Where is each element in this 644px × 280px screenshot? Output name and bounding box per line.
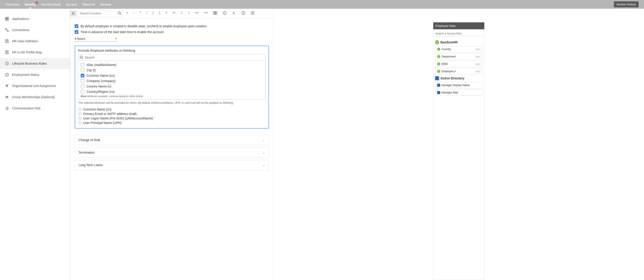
remove-icon[interactable]: − [78,112,82,116]
sidebar-item-hr-data-definition[interactable]: HR Data Definition [0,36,70,47]
sidebar-icon [5,73,9,77]
attribute-row[interactable]: Country Name (c) [81,84,263,89]
clock-icon[interactable] [221,10,228,16]
svg-point-20 [118,12,120,14]
field-pill[interactable]: bDepartment(abc) [435,54,482,60]
top-nav-list: OverviewIdentity1Service DeskAccessObser… [5,3,111,6]
main-content: fx +-*/()=!=><<=>=A By default employee … [70,9,274,280]
field-label: Manager Mail [442,91,458,94]
attribute-checkbox[interactable] [81,63,84,67]
svg-point-8 [6,40,8,41]
operator-=[interactable]: = [164,10,169,16]
search-function-wrap [78,10,122,16]
attribute-checkbox[interactable] [81,68,84,72]
operator-*[interactable]: * [138,10,142,16]
accordion-termination[interactable]: Termination⌄ [75,148,269,158]
attribute-row[interactable]: Country/Region (co) [81,89,263,94]
advance-time-select[interactable]: 4 hours ▼ [75,36,117,42]
svg-line-36 [82,58,83,59]
field-pill[interactable]: bEmployee #(abc) [435,68,482,74]
source-logo-icon: b [435,40,439,44]
sidebar-item-connections[interactable]: Connections [0,24,70,36]
sidebar-item-lifecycle-business-rules[interactable]: Lifecycle Business Rules [0,58,70,69]
field-pill[interactable]: bCountry(abc) [435,46,482,52]
sidebar-item-label: Organizational Unit Assignment [12,84,56,88]
attribute-checkbox[interactable] [81,74,84,78]
operator-<=[interactable]: <= [194,10,200,16]
operator->[interactable]: > [180,10,184,16]
formula-toolbar: fx +-*/()=!=><<=>=A [70,9,273,18]
field-pill[interactable]: bEEID(abc) [435,61,482,67]
operator-)[interactable]: ) [158,10,162,16]
excluded-label: User Logon Name (Pre W2K) (sAMAccountNam… [83,116,153,120]
nav-item-review[interactable]: Review [100,3,111,6]
attribute-list: Alias (mailNickName)City (l)Common Name … [78,61,265,100]
operator-/[interactable]: / [145,10,148,16]
svg-rect-25 [216,13,217,14]
source-name: BambooHR [440,40,458,44]
nav-item-access[interactable]: Access [66,3,77,6]
remove-icon[interactable]: − [78,117,82,120]
attribute-row[interactable]: Company (company) [81,78,263,84]
operator-+[interactable]: + [125,10,129,16]
info-icon[interactable] [240,10,247,16]
source-header-bamboohr[interactable]: bBambooHR [435,40,482,44]
chevron-down-icon: ▼ [115,38,117,40]
operator-<[interactable]: < [186,10,191,16]
remove-icon[interactable]: − [78,121,82,124]
grid-icon[interactable] [212,10,218,16]
employee-data-card: Employee Data bBambooHRbCountry(abc)bDep… [433,22,484,280]
svg-point-34 [252,14,252,14]
palette-icon[interactable] [250,10,256,16]
accordion-long-term-leave[interactable]: Long Term Leave⌄ [75,160,269,170]
attribute-checkbox[interactable] [81,79,84,83]
attribute-row[interactable]: Common Name (cn) [81,73,263,78]
version-history-button[interactable]: Version History [614,1,639,8]
operator-([interactable]: ( [151,10,155,16]
accordion-change-of-role[interactable]: Change of Role⌄ [75,135,269,145]
advance-time-value: 4 hours [75,37,85,40]
svg-point-11 [6,52,8,52]
nav-item-overview[interactable]: Overview [5,3,19,6]
sidebar-item-applications[interactable]: Applications [0,13,70,24]
sidebar-icon [5,95,9,99]
sidebar-item-label: Connections [12,28,30,32]
search-function-input[interactable] [78,10,122,16]
attribute-row[interactable]: Alias (mailNickName) [81,62,263,68]
excluded-label: Primary Email or SMTP address (mail) [83,112,137,116]
attribute-search-input[interactable] [78,54,265,61]
sidebar-item-communication-hub[interactable]: Communication Hub [0,103,70,114]
svg-point-15 [6,85,7,86]
attribute-label: Company (company) [86,79,116,83]
attribute-label: Alias (mailNickName) [86,63,116,67]
excluded-list: −Common Name (cn)−Primary Email or SMTP … [78,108,265,124]
field-pill[interactable]: Manager Display Name [435,82,482,88]
nav-item-observe[interactable]: Observe [82,3,95,6]
operator-!=[interactable]: != [171,10,177,16]
attribute-checkbox[interactable] [81,84,84,88]
accordion-label: Long Term Leave [78,163,103,167]
field-source-icon [437,84,440,87]
sidebar-item-organizational-unit-assignment[interactable]: Organizational Unit Assignment [0,80,70,92]
source-search-input[interactable] [435,31,482,36]
svg-line-21 [120,14,121,14]
top-navbar: OverviewIdentity1Service DeskAccessObser… [0,0,644,9]
sidebar-item-hr-to-ad-profile-map[interactable]: HR to AD Profile Map [0,47,70,58]
excluded-item: −Primary Email or SMTP address (mail) [78,112,265,116]
nav-item-service-desk[interactable]: Service Desk [41,3,60,6]
field-pill[interactable]: Manager Mail [435,90,482,96]
field-source-icon: b [437,70,440,73]
attribute-checkbox[interactable] [81,90,84,94]
operator->=[interactable]: >= [203,10,209,16]
advance-time-checkbox[interactable] [75,30,78,34]
field-type: (abc) [475,70,480,73]
attribute-row[interactable]: City (l) [81,68,263,73]
remove-icon[interactable]: − [78,108,82,111]
text-icon[interactable]: A [230,10,237,16]
source-header-active-directory[interactable]: Active Directory [435,76,482,80]
nav-item-identity[interactable]: Identity1 [24,3,36,6]
default-disable-checkbox[interactable] [75,24,78,28]
sidebar-item-group-memberships-optional-[interactable]: Group Memberships [Optional] [0,92,70,103]
sidebar-item-employment-status[interactable]: Employment Status [0,69,70,80]
operator--[interactable]: - [132,10,136,16]
